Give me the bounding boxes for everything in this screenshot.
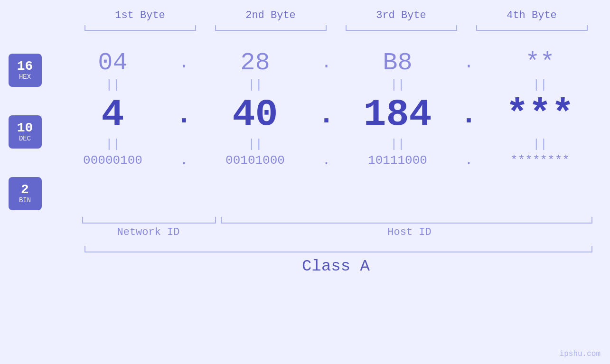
bin-byte1: 00000100	[51, 153, 175, 168]
hex-row: 04 . 28 . B8 . **	[51, 49, 602, 77]
watermark: ipshu.com	[560, 350, 601, 358]
dec-byte4: ***	[479, 93, 602, 136]
hex-byte4: **	[479, 49, 602, 77]
eq2-3: ||	[336, 137, 460, 151]
byte2-header: 2nd Byte	[206, 9, 336, 25]
dec-sep1: .	[175, 101, 194, 129]
eq1-1: ||	[51, 78, 175, 92]
label-column: 16 HEX 10 DEC 2 BIN	[9, 54, 42, 210]
byte4-header: 4th Byte	[467, 9, 597, 25]
bracket-byte4	[467, 25, 597, 35]
dec-num: 10	[17, 121, 33, 135]
eq2-4: ||	[479, 137, 602, 151]
bin-byte4: ********	[479, 153, 602, 168]
hex-name: HEX	[19, 73, 31, 81]
bracket-byte2	[206, 25, 336, 35]
bin-byte2: 00101000	[194, 153, 317, 168]
bin-row: 00000100 . 00101000 . 10111000 . *******…	[51, 152, 602, 168]
hex-byte1: 04	[51, 49, 175, 77]
bin-num: 2	[21, 183, 29, 196]
dec-name: DEC	[19, 135, 31, 142]
bin-sep3: .	[460, 152, 479, 168]
hex-byte2: 28	[194, 49, 317, 77]
bin-byte3: 10111000	[336, 153, 460, 168]
hex-byte3: B8	[336, 49, 460, 77]
hex-badge: 16 HEX	[9, 54, 42, 87]
values-grid: 04 . 28 . B8 . ** || || || || 4 .	[51, 49, 602, 168]
byte3-header: 3rd Byte	[336, 9, 467, 25]
network-id-label: Network ID	[75, 226, 222, 238]
dec-byte1: 4	[51, 93, 175, 136]
dec-byte2: 40	[194, 93, 317, 136]
bracket-byte1	[75, 25, 206, 35]
bin-sep1: .	[175, 152, 194, 168]
eq1-4: ||	[479, 78, 602, 92]
bracket-byte3	[336, 25, 467, 35]
eq2-1: ||	[51, 137, 175, 151]
full-bottom-bracket	[75, 243, 597, 252]
eq2-2: ||	[194, 137, 317, 151]
eq1-2: ||	[194, 78, 317, 92]
hex-sep2: .	[317, 53, 336, 73]
bin-badge: 2 BIN	[9, 177, 42, 210]
equals-row-2: || || || ||	[51, 136, 602, 152]
dec-badge: 10 DEC	[9, 115, 42, 149]
dec-row: 4 . 40 . 184 . ***	[51, 93, 602, 136]
byte1-header: 1st Byte	[75, 9, 206, 25]
hex-sep1: .	[175, 53, 194, 73]
bin-name: BIN	[19, 196, 31, 204]
hex-num: 16	[17, 60, 33, 73]
dec-byte3: 184	[336, 93, 460, 136]
dec-sep3: .	[460, 101, 479, 129]
host-id-label: Host ID	[222, 226, 597, 238]
class-a-label: Class A	[75, 257, 597, 275]
eq1-3: ||	[336, 78, 460, 92]
dec-sep2: .	[317, 101, 336, 129]
hex-sep3: .	[460, 53, 479, 73]
bin-sep2: .	[317, 152, 336, 168]
equals-row-1: || || || ||	[51, 77, 602, 93]
